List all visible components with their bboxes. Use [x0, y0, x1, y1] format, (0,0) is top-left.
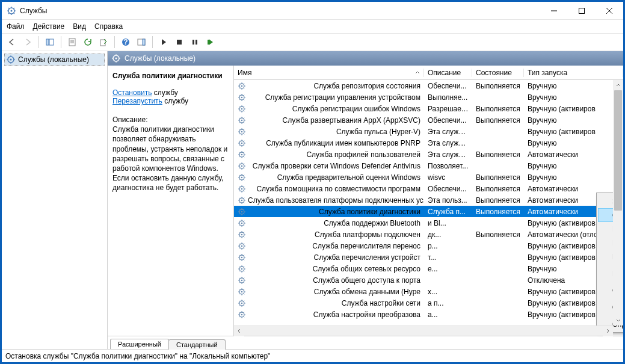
minimize-button[interactable]: [540, 2, 568, 20]
service-desc: х...: [424, 288, 472, 296]
service-row[interactable]: Служба публикации имен компьютеров PNRPЭ…: [234, 137, 623, 149]
col-name[interactable]: Имя: [234, 69, 424, 77]
scroll-down-button[interactable]: [613, 315, 623, 325]
maximize-button[interactable]: [568, 2, 596, 20]
help-button[interactable]: ?: [119, 35, 132, 49]
scroll-right-button[interactable]: [603, 326, 613, 336]
service-state: Выполняется: [472, 208, 524, 216]
menu-help[interactable]: Справка: [94, 22, 123, 31]
scroll-left-button[interactable]: [234, 326, 244, 336]
service-row[interactable]: Служба регистрации ошибок WindowsРазреша…: [234, 103, 623, 114]
service-state: Выполняется: [472, 196, 524, 205]
stop-service-line: Остановить службу: [112, 88, 229, 97]
properties-button[interactable]: [66, 35, 79, 49]
vertical-scrollbar[interactable]: [613, 80, 623, 325]
export-button[interactable]: [97, 35, 110, 49]
svg-point-54: [241, 279, 243, 281]
svg-point-36: [241, 176, 243, 178]
service-icon: [238, 242, 246, 250]
forward-button[interactable]: [21, 35, 34, 49]
service-icon: [238, 173, 246, 182]
show-hide-action-pane-button[interactable]: [135, 35, 148, 49]
service-row[interactable]: Служба перечисления устройстт...Вручную …: [234, 251, 623, 263]
service-icon: [238, 253, 246, 262]
stop-service-link[interactable]: Остановить: [112, 88, 152, 97]
show-hide-tree-button[interactable]: [43, 35, 57, 49]
service-state: Выполняется: [472, 150, 524, 159]
menu-file[interactable]: Файл: [7, 22, 25, 31]
service-row[interactable]: Служба регистрации управления устройство…: [234, 91, 623, 103]
service-desc: Служба п...: [424, 208, 472, 216]
svg-text:?: ?: [123, 38, 128, 46]
service-row[interactable]: Служба перечислителя переноср...Вручную …: [234, 240, 623, 251]
sort-indicator-icon: [415, 70, 420, 75]
horizontal-scrollbar[interactable]: [234, 325, 613, 336]
svg-point-40: [241, 199, 243, 201]
service-row[interactable]: Служба политики диагностикиСлужба п...Вы…: [234, 206, 623, 217]
service-row[interactable]: Служба общих сетевых ресурсое...Вручную: [234, 263, 623, 274]
service-row[interactable]: Служба пользователя платформы подключенн…: [234, 194, 623, 206]
restart-service-button[interactable]: [204, 35, 217, 49]
tab-extended[interactable]: Расширенный: [110, 339, 169, 349]
service-start: Вручную: [524, 162, 623, 170]
service-name: Служба платформы подключен: [315, 230, 420, 239]
service-row[interactable]: Служба проверки сети Windows Defender An…: [234, 160, 623, 171]
service-desc: Обеспечи...: [424, 82, 472, 90]
service-row[interactable]: Служба помощника по совместимости програ…: [234, 183, 623, 194]
svg-point-30: [241, 142, 243, 144]
window-title: Службы: [20, 7, 540, 15]
tree-root-label: Службы (локальные): [18, 55, 89, 64]
service-row[interactable]: Служба общего доступа к портаОтключена: [234, 274, 623, 286]
scroll-thumb[interactable]: [614, 90, 622, 211]
service-row[interactable]: Служба платформы подключендк...Выполняет…: [234, 229, 623, 240]
menu-action[interactable]: Действие: [33, 22, 65, 31]
service-state: Выполняется: [472, 105, 524, 113]
service-row[interactable]: Служба поддержки Bluetoothи Bl...Вручную…: [234, 217, 623, 229]
service-desc: т...: [424, 253, 472, 262]
service-row[interactable]: Служба пульса (Hyper-V)Эта служб...Вручн…: [234, 126, 623, 137]
content-area: Службы (локальные) Службы (локальные) Сл…: [2, 51, 623, 349]
tree-root-item[interactable]: Службы (локальные): [4, 54, 105, 66]
desc-text: Служба политики диагностики позволяет об…: [112, 125, 229, 193]
menu-view[interactable]: Вид: [73, 22, 86, 31]
tree-pane: Службы (локальные): [2, 51, 108, 349]
col-start[interactable]: Тип запуска: [524, 69, 623, 77]
pane-header: Службы (локальные): [108, 51, 623, 66]
col-state[interactable]: Состояние: [472, 69, 524, 77]
service-row[interactable]: Служба профилей пользователейЭта служб..…: [234, 149, 623, 160]
service-state: Выполняется: [472, 173, 524, 182]
service-row[interactable]: Служба обмена данными (Hypeх...Вручную (…: [234, 286, 623, 297]
service-row[interactable]: Служба развертывания AppX (AppXSVC)Обесп…: [234, 114, 623, 126]
service-state: Выполняется: [472, 230, 524, 239]
service-name: Служба регистрации ошибок Windows: [292, 105, 420, 113]
service-row[interactable]: Служба предварительной оценки Windowswis…: [234, 171, 623, 183]
service-desc: а п...: [424, 299, 472, 307]
close-button[interactable]: [596, 2, 623, 20]
rows-container: Служба репозитория состоянияОбеспечи...В…: [234, 80, 623, 336]
service-icon: [238, 219, 246, 227]
service-name: Служба публикации имен компьютеров PNRP: [266, 139, 420, 147]
pause-service-button[interactable]: [188, 35, 202, 49]
service-icon: [238, 82, 246, 90]
service-desc: wisvc: [424, 173, 472, 182]
service-start: Вручную: [524, 173, 623, 182]
service-icon: [238, 196, 246, 205]
svg-rect-10: [143, 39, 145, 45]
scroll-up-button[interactable]: [613, 80, 623, 90]
service-name: Служба настройки сети: [342, 299, 420, 307]
view-tabs: Расширенный Стандартный: [108, 336, 623, 349]
start-service-button[interactable]: [157, 35, 170, 49]
service-icon: [238, 116, 246, 125]
refresh-button[interactable]: [81, 35, 94, 49]
service-row[interactable]: Служба репозитория состоянияОбеспечи...В…: [234, 80, 623, 91]
service-row[interactable]: Служба настройки сетиа п...Вручную (акти…: [234, 297, 623, 309]
restart-service-link[interactable]: Перезапустить: [112, 97, 162, 105]
col-desc[interactable]: Описание: [424, 69, 472, 77]
tab-standard[interactable]: Стандартный: [168, 339, 226, 350]
stop-service-button[interactable]: [173, 35, 186, 49]
service-name: Служба перечисления устройст: [314, 253, 420, 262]
back-button[interactable]: [5, 35, 19, 49]
service-start: Вручную (активиров: [524, 105, 623, 113]
service-icon: [238, 105, 246, 113]
service-row[interactable]: Служба настройки преобразоваа...Вручную …: [234, 309, 623, 320]
